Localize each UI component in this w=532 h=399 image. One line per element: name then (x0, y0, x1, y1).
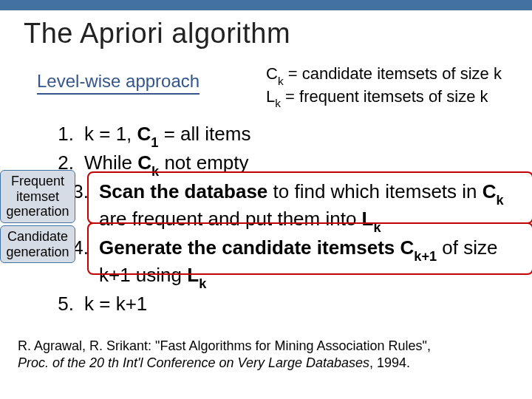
algorithm-steps: 1. k = 1, C1 = all items 2. While Ck not… (15, 122, 525, 317)
accent-bar (0, 0, 532, 10)
slide-title: The Apriori algorithm (24, 18, 290, 50)
step-1: 1. k = 1, C1 = all items (15, 122, 525, 149)
side-label-frequent: Frequent itemset generation (0, 170, 75, 223)
level-wise-label: Level-wise approach (37, 71, 200, 95)
notation-block: Ck = candidate itemsets of size k Lk = f… (266, 64, 502, 109)
slide: The Apriori algorithm Level-wise approac… (0, 0, 532, 399)
highlight-box-frequent (87, 171, 532, 224)
notation-lk: Lk = frequent itemsets of size k (266, 86, 502, 109)
notation-ck: Ck = candidate itemsets of size k (266, 64, 502, 86)
citation: R. Agrawal, R. Srikant: "Fast Algorithms… (18, 338, 431, 371)
step-5: 5. k = k+1 (15, 292, 525, 316)
side-label-candidate: Candidate generation (0, 225, 75, 263)
highlight-box-candidate (87, 222, 532, 275)
